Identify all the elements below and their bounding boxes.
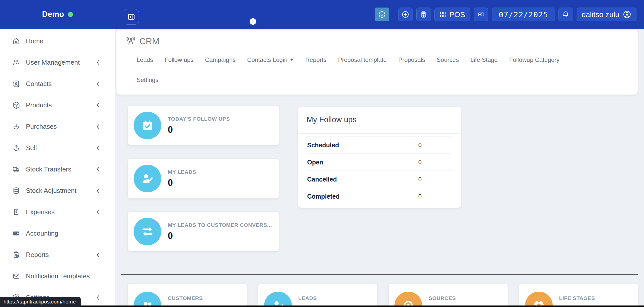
svg-text:$: $: [15, 210, 17, 213]
sidebar-item-sell[interactable]: Sell: [0, 137, 115, 159]
ledger-card-icon: [12, 230, 20, 237]
arrow-down-circle-icon: [378, 11, 386, 18]
banknote-icon: [477, 11, 485, 18]
calculator-button[interactable]: [416, 8, 431, 21]
sidebar-item-purchases[interactable]: Purchases: [0, 116, 115, 137]
crm-tab-proposal-template[interactable]: Proposal template: [338, 56, 387, 63]
crm-tab-campaigns[interactable]: Campaigns: [205, 56, 235, 63]
user-menu-button[interactable]: dalitso zulu: [577, 8, 636, 21]
notifications-button[interactable]: [558, 8, 573, 21]
stat-icon-circle: [525, 292, 553, 307]
panel-divider: [298, 133, 461, 134]
sidebar-item-home[interactable]: Home: [0, 30, 115, 52]
stat-icon-circle: [134, 292, 161, 307]
row-label: Scheduled: [307, 142, 339, 149]
sell-upload-icon: [12, 144, 20, 152]
sidebar-item-accounting[interactable]: Accounting: [0, 223, 115, 244]
row-label: Completed: [307, 193, 340, 200]
crm-tab-life-stage[interactable]: Life Stage: [470, 56, 498, 63]
bottom-card-customers: CUSTOMERS 1: [128, 284, 247, 307]
chevron-left-icon: [94, 123, 102, 130]
stat-value: 0: [168, 231, 272, 241]
info-icon[interactable]: [249, 18, 257, 25]
grid-icon: [439, 11, 446, 18]
stat-icon-circle: [394, 292, 422, 307]
sidebar-collapse-button[interactable]: [124, 9, 139, 25]
crm-module-card: CRM Leads Follow ups Campaigns Contacts …: [116, 30, 638, 95]
my-follow-ups-title: My Follow ups: [298, 107, 461, 124]
sidebar-item-stock-adjustment[interactable]: Stock Adjustment: [0, 180, 115, 201]
download-button[interactable]: [375, 8, 389, 21]
stat-label: MY LEADS TO CUSTOMER CONVERS...: [168, 222, 272, 228]
chevron-left-icon: [94, 101, 102, 109]
stats-column: TODAY'S FOLLOW UPS 0 MY LEADS 0: [128, 106, 279, 251]
sidebar-item-label: Sell: [26, 144, 37, 152]
sidebar-item-label: Reports: [26, 251, 49, 259]
follow-up-row-open: Open 0: [307, 153, 452, 170]
crm-nav-row2: Settings: [137, 76, 638, 83]
bottom-card-life-stages: LIFE STAGES 0: [519, 284, 638, 307]
crm-header: CRM: [126, 36, 638, 46]
user-circle-icon: [623, 10, 631, 19]
crm-tab-settings[interactable]: Settings: [137, 76, 158, 83]
section-divider: [121, 274, 638, 275]
chevron-left-icon: [94, 208, 102, 216]
pos-button-label: POS: [449, 10, 465, 19]
stat-label: SOURCES: [429, 295, 456, 301]
receipt-dollar-icon: $: [12, 208, 20, 216]
user-name: dalitso zulu: [582, 10, 619, 19]
bottom-stats-row: CUSTOMERS 1 LEADS 0: [128, 284, 638, 307]
topbar-actions: POS 07/22/2025 dalitso zulu: [375, 8, 636, 21]
stat-icon-circle: [134, 112, 161, 139]
sidebar: Home User Management Contacts: [0, 29, 115, 307]
chevron-left-icon: [94, 80, 102, 88]
sidebar-item-user-management[interactable]: User Management: [0, 52, 115, 73]
stat-value: 0: [168, 178, 196, 188]
stat-label: LIFE STAGES: [559, 295, 595, 301]
stat-icon-circle: [134, 165, 161, 192]
sidebar-item-label: Purchases: [26, 123, 57, 130]
pos-button[interactable]: POS: [434, 8, 470, 21]
row-value: 0: [418, 159, 422, 166]
row-value: 0: [418, 142, 422, 149]
crm-tab-sources[interactable]: Sources: [437, 56, 459, 63]
stat-value: 0: [168, 124, 230, 135]
sidebar-item-label: Expenses: [26, 208, 55, 216]
chevron-left-icon: [94, 59, 102, 66]
sidebar-item-label: Stock Adjustment: [26, 187, 76, 195]
crm-tab-leads[interactable]: Leads: [137, 56, 153, 63]
chevron-left-icon: [94, 294, 102, 301]
stat-icon-circle: [264, 292, 292, 307]
sidebar-item-stock-transfers[interactable]: Stock Transfers: [0, 159, 115, 180]
sidebar-item-label: Contacts: [26, 80, 52, 88]
sidebar-item-reports[interactable]: Reports: [0, 244, 115, 266]
screen-bottom-edge: [0, 305, 644, 307]
stat-label: CUSTOMERS: [168, 295, 203, 301]
crm-tab-reports[interactable]: Reports: [305, 56, 327, 63]
brand-title: Demo: [42, 10, 64, 19]
cash-register-button[interactable]: [474, 8, 488, 21]
sidebar-item-label: User Management: [26, 59, 80, 66]
sidebar-item-label: Notification Templates: [26, 272, 90, 280]
plus-circle-icon: [401, 11, 409, 18]
date-button[interactable]: 07/22/2025: [492, 8, 555, 21]
sidebar-item-products[interactable]: Products: [0, 95, 115, 116]
calculator-icon: [420, 11, 427, 18]
broadcast-tower-icon: [126, 36, 136, 46]
crm-tab-followup-category[interactable]: Followup Category: [509, 56, 559, 63]
add-button[interactable]: [398, 8, 413, 21]
row-label: Cancelled: [307, 176, 337, 183]
crm-title: CRM: [139, 36, 159, 46]
crm-tab-proposals[interactable]: Proposals: [398, 56, 425, 63]
crm-tab-contacts-login[interactable]: Contacts Login: [247, 56, 294, 63]
online-status-dot: [68, 12, 73, 17]
sidebar-item-label: Accounting: [26, 230, 58, 237]
sidebar-item-expenses[interactable]: $ Expenses: [0, 201, 115, 223]
crm-tab-follow-ups[interactable]: Follow ups: [165, 56, 193, 63]
sidebar-item-contacts[interactable]: Contacts: [0, 73, 115, 95]
purchase-download-icon: [12, 123, 20, 130]
sidebar-item-notification-templates[interactable]: Notification Templates: [0, 266, 115, 287]
clipboard-clock-icon: [12, 251, 20, 259]
follow-up-row-scheduled: Scheduled 0: [307, 136, 452, 153]
link-status-tooltip: https://tapntrackpos.com/home: [0, 297, 81, 307]
